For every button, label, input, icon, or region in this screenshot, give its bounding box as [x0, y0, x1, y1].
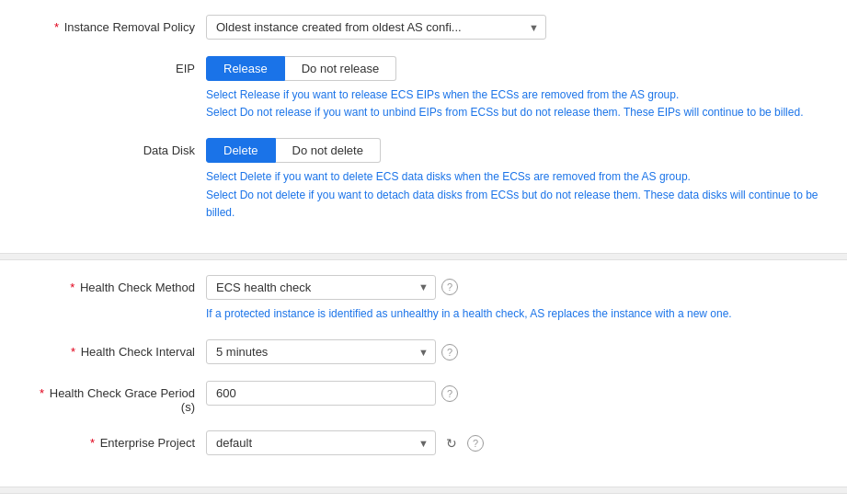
health-check-method-content: ECS health check ▼ ? If a protected inst… [206, 275, 825, 323]
divider-2 [0, 487, 847, 494]
required-star-2: * [70, 281, 74, 294]
health-check-interval-label: * Health Check Interval [22, 339, 206, 359]
enterprise-project-dropdown[interactable]: default [206, 430, 436, 455]
eip-label: EIP [22, 56, 206, 75]
enterprise-project-refresh-icon[interactable]: ↻ [441, 433, 462, 453]
data-disk-label: Data Disk [22, 138, 206, 157]
health-check-method-label: * Health Check Method [22, 275, 206, 294]
eip-release-button[interactable]: Release [206, 56, 285, 81]
health-check-grace-help-icon[interactable]: ? [441, 385, 458, 402]
enterprise-project-dropdown-wrapper: default ▼ [206, 430, 436, 455]
health-check-method-help-icon[interactable]: ? [441, 279, 458, 295]
required-star-4: * [40, 386, 44, 400]
health-check-method-dropdown-wrapper: ECS health check ▼ [206, 275, 436, 300]
enterprise-project-help-icon[interactable]: ? [467, 435, 484, 452]
data-disk-info: Select Delete if you want to delete ECS … [206, 168, 825, 222]
health-check-grace-input[interactable] [206, 381, 436, 406]
health-check-grace-label: * Health Check Grace Period (s) [22, 381, 206, 414]
required-star-5: * [90, 436, 95, 450]
data-disk-do-not-delete-button[interactable]: Do not delete [276, 138, 381, 163]
instance-removal-label: * Instance Removal Policy [22, 15, 206, 34]
enterprise-project-label: * Enterprise Project [22, 430, 206, 450]
enterprise-project-row: default ▼ ↻ ? [206, 430, 825, 455]
eip-btn-group: Release Do not release [206, 56, 825, 81]
health-check-grace-row: ? [206, 381, 825, 406]
tag-section: Tag It is recommended that you use TMS's… [0, 494, 847, 504]
health-check-grace-content: ? [206, 381, 825, 406]
health-check-interval-dropdown[interactable]: 5 minutes [206, 339, 436, 364]
required-star: * [54, 20, 59, 34]
health-check-interval-content: 5 minutes ▼ ? [206, 339, 825, 364]
instance-removal-dropdown-wrapper: Oldest instance created from oldest AS c… [206, 15, 546, 40]
health-check-interval-help-icon[interactable]: ? [441, 344, 458, 361]
instance-removal-content: Oldest instance created from oldest AS c… [206, 15, 825, 40]
eip-do-not-release-button[interactable]: Do not release [285, 56, 397, 81]
health-check-interval-dropdown-wrapper: 5 minutes ▼ [206, 339, 436, 364]
data-disk-delete-button[interactable]: Delete [206, 138, 276, 163]
divider-1 [0, 253, 847, 260]
eip-info: Select Release if you want to release EC… [206, 86, 825, 121]
health-check-method-dropdown[interactable]: ECS health check [206, 275, 436, 300]
enterprise-project-content: default ▼ ↻ ? [206, 430, 825, 455]
data-disk-btn-group: Delete Do not delete [206, 138, 825, 163]
health-check-method-info: If a protected instance is identified as… [206, 305, 825, 323]
data-disk-content: Delete Do not delete Select Delete if yo… [206, 138, 825, 222]
health-check-interval-row: 5 minutes ▼ ? [206, 339, 825, 364]
instance-removal-dropdown[interactable]: Oldest instance created from oldest AS c… [206, 15, 546, 40]
eip-content: Release Do not release Select Release if… [206, 56, 825, 121]
required-star-3: * [71, 345, 75, 359]
health-check-method-row: ECS health check ▼ ? [206, 275, 825, 300]
